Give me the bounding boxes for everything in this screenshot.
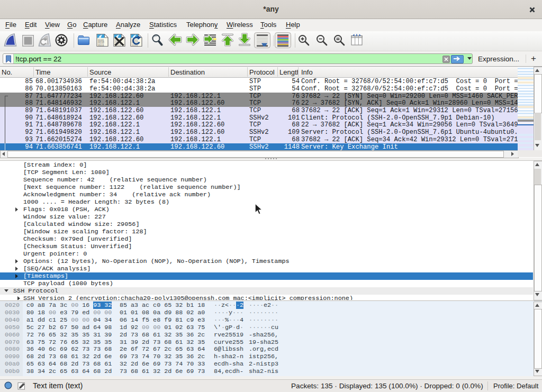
svg-text:0111: 0111: [98, 44, 104, 47]
